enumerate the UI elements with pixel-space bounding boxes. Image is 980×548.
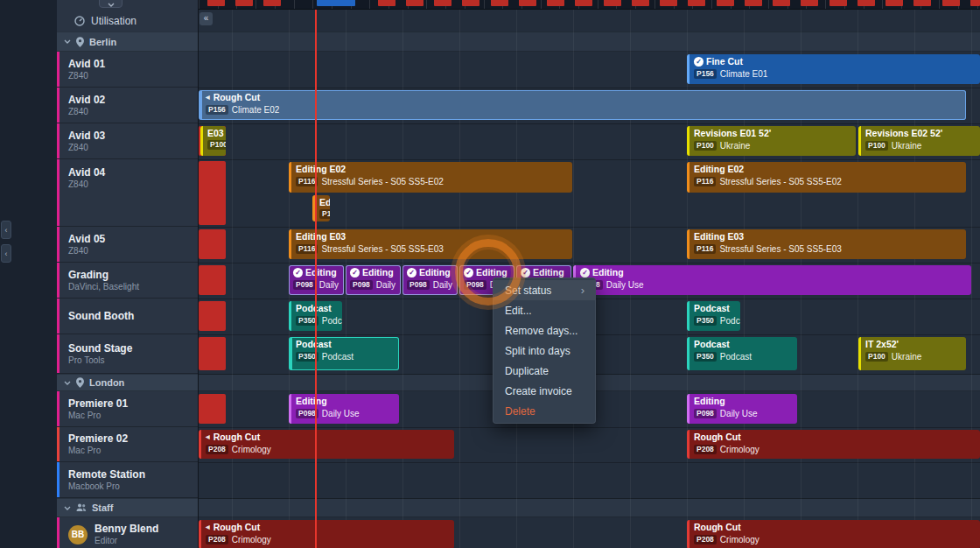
resource-row-sound-booth[interactable]: Sound Booth: [57, 299, 198, 334]
booking-subtitle: P098Daily Use: [296, 408, 396, 419]
booking-title: ✓Editing: [350, 267, 397, 278]
utilization-bar: [207, 0, 225, 6]
resource-name: Avid 04: [68, 166, 105, 179]
booking-block[interactable]: EditingP098Daily Use: [289, 394, 399, 424]
booking-block[interactable]: PodcastP350Podcast: [687, 337, 797, 370]
booking-title: Editing: [694, 396, 794, 407]
booking-block[interactable]: IT 2x52'P100Ukraine: [858, 337, 966, 370]
booking-block[interactable]: ✓EditingP098Daily: [402, 265, 458, 295]
booking-block[interactable]: ◀Rough CutP156Climate E02: [199, 90, 966, 120]
booking-subtitle: P098Daily Use: [580, 279, 968, 291]
booking-block[interactable]: ◀Rough CutP208Crimology: [199, 430, 454, 459]
booking-block[interactable]: Editing E02P116Stressful Series - S05 SS…: [289, 162, 572, 193]
resource-row-grading[interactable]: GradingDaVinci, Baselight: [57, 263, 198, 299]
menu-item-duplicate[interactable]: Duplicate: [494, 361, 595, 381]
resource-row-avid-03[interactable]: Avid 03Z840: [57, 123, 198, 159]
group-header-staff[interactable]: Staff: [57, 498, 198, 517]
booking-subtitle: P208Crimology: [206, 444, 451, 455]
resource-row-benny-blend[interactable]: BBBenny BlendEditor: [57, 517, 198, 548]
panel-toggle-button[interactable]: ‹: [1, 244, 11, 263]
utilization-bar: [378, 0, 396, 6]
menu-item-set-status[interactable]: Set status›: [494, 280, 595, 300]
booking-block[interactable]: Rough CutP208Crimology: [687, 430, 980, 459]
resource-name: Sound Booth: [68, 310, 134, 322]
timeline-tick: [199, 0, 200, 9]
resource-row-premiere-01[interactable]: Premiere 01Mac Pro: [57, 391, 198, 427]
booking-block[interactable]: Rough CutP208Crimology: [687, 520, 980, 548]
resource-row-avid-04[interactable]: Avid 04Z840: [57, 159, 198, 227]
collapse-sidebar-button[interactable]: «: [200, 12, 213, 25]
resource-color-stripe: [57, 299, 60, 334]
status-check-icon: ✓: [350, 268, 360, 278]
resource-row-remote-station[interactable]: Remote StationMacbook Pro: [57, 462, 198, 498]
resource-subtitle: Editor: [94, 536, 158, 546]
booking-subtitle: P350Podcast: [694, 351, 794, 362]
booking-subtitle: P098Daily: [350, 279, 397, 291]
resource-subtitle: Z840: [68, 71, 105, 81]
menu-item-delete[interactable]: Delete: [494, 401, 595, 421]
resource-row-premiere-02[interactable]: Premiere 02Mac Pro: [57, 427, 198, 462]
booking-block[interactable]: ✓Fine CutP156Climate E01: [687, 54, 980, 84]
resource-row-avid-05[interactable]: Avid 05Z840: [57, 227, 198, 263]
menu-item-remove-days[interactable]: Remove days...: [494, 320, 595, 341]
utilization-bar: [434, 0, 452, 6]
utilization-bar: [632, 0, 649, 6]
resource-color-stripe: [57, 123, 60, 158]
resource-text: Premiere 02Mac Pro: [68, 432, 128, 456]
booking-block[interactable]: Revisions E01 52'P100Ukraine: [687, 126, 856, 156]
resource-text: Sound StagePro Tools: [68, 342, 132, 366]
utilization-bar: [886, 0, 903, 6]
booking-title: Revisions E02 52': [865, 128, 976, 139]
booking-block[interactable]: Revisions E02 52'P100Ukraine: [858, 126, 980, 156]
booking-block[interactable]: ✓EditingP098Daily Use: [573, 265, 971, 295]
booking-title: Rough Cut: [694, 522, 976, 533]
resource-text: Premiere 01Mac Pro: [68, 397, 128, 421]
booking-title: Editing E02: [694, 164, 962, 175]
timeline-tick: [825, 0, 826, 9]
booking-block[interactable]: Editing E03P116Stressful Series - S05 SS…: [289, 229, 572, 259]
panel-toggle-button[interactable]: ‹: [1, 221, 11, 239]
booking-title: Podcast: [296, 339, 396, 350]
resource-row-avid-02[interactable]: Avid 02Z840: [57, 88, 198, 123]
group-header-london[interactable]: London: [57, 374, 198, 391]
project-badge: P100: [865, 141, 888, 151]
booking-block[interactable]: ✓EditingP098Daily: [346, 265, 401, 295]
utilization-bar: [773, 0, 790, 6]
booking-title: Revisions E01 52': [694, 128, 852, 139]
utilisation-row[interactable]: Utilisation: [57, 11, 198, 32]
group-label: Berlin: [89, 37, 116, 47]
menu-item-split-into-days[interactable]: Split into days: [494, 341, 595, 361]
header-dropdown-button[interactable]: [99, 0, 122, 8]
booking-block[interactable]: EditingP098Daily Use: [687, 394, 797, 424]
utilization-bar: [858, 0, 875, 6]
booking-block[interactable]: ◀Rough CutP208Crimology: [199, 520, 454, 548]
resource-text: Benny BlendEditor: [94, 523, 158, 546]
menu-item-edit[interactable]: Edit...: [494, 300, 595, 320]
utilization-bar: [688, 0, 705, 6]
resource-text: Sound Booth: [68, 310, 134, 322]
resource-row-sound-stage[interactable]: Sound StagePro Tools: [57, 334, 198, 374]
booking-block[interactable]: PodcastP350Podcast: [289, 337, 399, 370]
utilization-bar: [942, 0, 960, 6]
utilization-bar: [235, 0, 253, 6]
booking-subtitle: P100Ukraine: [865, 351, 962, 362]
menu-item-create-invoice[interactable]: Create invoice: [494, 381, 595, 401]
booking-title: Podcast: [694, 339, 794, 350]
booking-block[interactable]: PodcastP350Podcast: [687, 301, 740, 331]
booking-title: ✓Editing: [407, 267, 454, 278]
booking-title: ✓Editing: [580, 267, 968, 278]
booking-title: ◀Rough Cut: [206, 432, 451, 443]
timeline-tick: [294, 0, 295, 9]
resource-row-avid-01[interactable]: Avid 01Z840: [57, 52, 198, 88]
project-badge: P156: [206, 105, 228, 115]
booking-block[interactable]: Editing E02P116Stressful Series - S05 SS…: [687, 162, 966, 193]
timeline-header-strip: [199, 0, 980, 10]
resource-name: Remote Station: [68, 468, 145, 481]
booking-block[interactable]: Editing E03P116Stressful Series - S05 SS…: [687, 229, 966, 259]
app-root: ✓Fine CutP156Climate E01◀Rough CutP156Cl…: [0, 0, 980, 548]
booking-block[interactable]: E03 +P100: [200, 126, 226, 156]
booking-subtitle: P208Crimology: [694, 444, 976, 455]
project-badge: P208: [206, 535, 228, 544]
group-header-berlin[interactable]: Berlin: [57, 32, 198, 52]
project-badge: P100: [694, 141, 717, 151]
